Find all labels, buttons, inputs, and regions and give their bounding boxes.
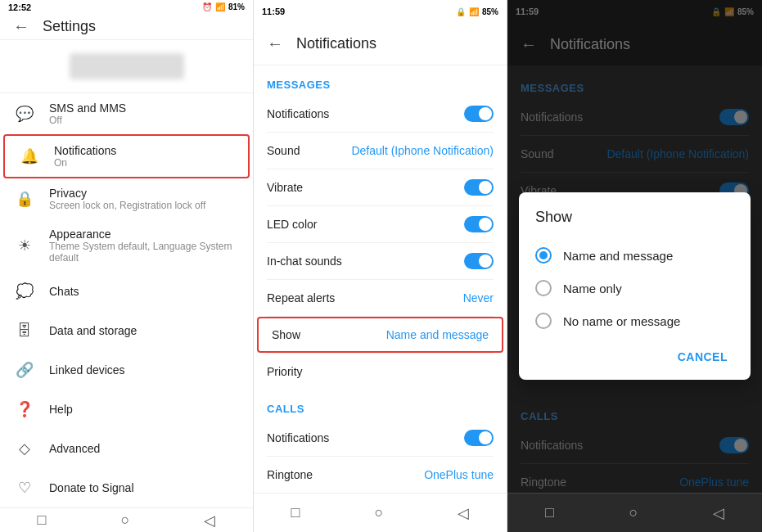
back-button-2[interactable]: ← bbox=[267, 34, 283, 53]
radio-name-msg[interactable] bbox=[535, 247, 552, 264]
calls-value-ringtone: OnePlus tune bbox=[424, 468, 494, 481]
status-icons-2: 🔒 📶 85% bbox=[456, 7, 498, 16]
lock-icon-2: 🔒 bbox=[456, 7, 466, 16]
notif-item-notifications[interactable]: Notifications bbox=[254, 96, 507, 132]
settings-item-donate[interactable]: ♡ Donate to Signal bbox=[0, 468, 253, 507]
messages-header: Messages bbox=[254, 65, 507, 96]
nav-circle-3[interactable]: ○ bbox=[629, 504, 638, 521]
signal-icon-2: 📶 bbox=[469, 7, 479, 16]
notifications-icon: 🔔 bbox=[18, 145, 41, 168]
dialog-label-name-msg: Name and message bbox=[563, 249, 673, 263]
alarm-icon: ⏰ bbox=[202, 2, 212, 11]
linked-label: Linked devices bbox=[49, 363, 125, 376]
notifications-label: Notifications bbox=[54, 144, 116, 157]
toggle-led[interactable] bbox=[464, 216, 494, 232]
settings-item-advanced[interactable]: ◇ Advanced bbox=[0, 429, 253, 468]
appearance-icon: ☀ bbox=[13, 234, 36, 257]
advanced-icon: ◇ bbox=[13, 437, 36, 460]
radio-no-name[interactable] bbox=[535, 313, 552, 329]
chats-label: Chats bbox=[49, 285, 79, 298]
calls-item-ringtone[interactable]: Ringtone OnePlus tune bbox=[254, 457, 507, 493]
bottom-nav-1: □ ○ ◁ bbox=[0, 507, 253, 532]
notif-item-repeat[interactable]: Repeat alerts Never bbox=[254, 280, 507, 316]
calls-item-notif[interactable]: Notifications bbox=[254, 420, 507, 456]
radio-inner-name-msg bbox=[539, 251, 548, 259]
appearance-sub: Theme System default, Language System de… bbox=[49, 241, 240, 264]
bottom-nav-3: □ ○ ◁ bbox=[507, 493, 762, 532]
notifications-title-2: Notifications bbox=[296, 35, 376, 52]
data-label: Data and storage bbox=[49, 324, 137, 337]
notif-value-repeat: Never bbox=[463, 291, 494, 304]
notif-label-repeat: Repeat alerts bbox=[267, 291, 335, 304]
status-bar-2: 11:59 🔒 📶 85% bbox=[254, 0, 507, 23]
help-label: Help bbox=[49, 403, 73, 416]
dialog-title: Show bbox=[519, 209, 751, 239]
battery-2: 85% bbox=[482, 7, 498, 16]
radio-name-only[interactable] bbox=[535, 280, 552, 296]
settings-item-notifications[interactable]: 🔔 Notifications On bbox=[3, 134, 250, 178]
nav-circle-2[interactable]: ○ bbox=[374, 504, 383, 521]
back-button-1[interactable]: ← bbox=[13, 17, 29, 36]
notif-item-vibrate[interactable]: Vibrate bbox=[254, 169, 507, 205]
settings-item-appearance[interactable]: ☀ Appearance Theme System default, Langu… bbox=[0, 219, 253, 272]
settings-item-data[interactable]: 🗄 Data and storage bbox=[0, 311, 253, 350]
toggle-inchat[interactable] bbox=[464, 253, 494, 269]
notif-item-led[interactable]: LED color bbox=[254, 206, 507, 242]
privacy-label: Privacy bbox=[49, 187, 205, 200]
notif-item-sound[interactable]: Sound Default (Iphone Notification) bbox=[254, 133, 507, 169]
notif-value-show: Name and message bbox=[386, 328, 489, 341]
appearance-label: Appearance bbox=[49, 228, 240, 241]
settings-item-linked[interactable]: 🔗 Linked devices bbox=[0, 350, 253, 390]
panel-notifications-dialog: 11:59 🔒 📶 85% ← Notifications Messages N… bbox=[507, 0, 762, 532]
nav-back-2[interactable]: ◁ bbox=[458, 504, 469, 522]
sms-icon: 💬 bbox=[13, 102, 36, 125]
privacy-sub: Screen lock on, Registration lock off bbox=[49, 200, 205, 211]
profile-blur bbox=[70, 53, 184, 79]
settings-item-privacy[interactable]: 🔒 Privacy Screen lock on, Registration l… bbox=[0, 178, 253, 219]
settings-item-sms[interactable]: 💬 SMS and MMS Off bbox=[0, 93, 253, 134]
notif-item-show[interactable]: Show Name and message bbox=[257, 317, 503, 353]
dialog-option-no-name[interactable]: No name or message bbox=[519, 304, 751, 337]
toggle-calls-notif[interactable] bbox=[464, 430, 494, 446]
help-icon: ❓ bbox=[13, 398, 36, 421]
notif-value-sound: Default (Iphone Notification) bbox=[351, 144, 494, 157]
status-time-2: 11:59 bbox=[262, 7, 285, 16]
nav-back-1[interactable]: ◁ bbox=[204, 512, 215, 530]
show-dialog: Show Name and message Name only No name … bbox=[519, 192, 751, 380]
toggle-vibrate[interactable] bbox=[464, 179, 494, 196]
signal-icon: 📶 bbox=[215, 2, 225, 11]
dialog-label-no-name: No name or message bbox=[563, 314, 680, 328]
nav-home-2[interactable]: □ bbox=[291, 504, 300, 521]
nav-back-3[interactable]: ◁ bbox=[713, 504, 724, 522]
dialog-label-name-only: Name only bbox=[563, 282, 622, 295]
cancel-button[interactable]: CANCEL bbox=[668, 344, 737, 370]
settings-item-help[interactable]: ❓ Help bbox=[0, 390, 253, 429]
notif-item-inchat[interactable]: In-chat sounds bbox=[254, 243, 507, 279]
nav-circle-1[interactable]: ○ bbox=[120, 512, 129, 529]
notif-item-priority[interactable]: Priority bbox=[254, 354, 507, 390]
sms-label: SMS and MMS bbox=[49, 101, 126, 115]
nav-home-3[interactable]: □ bbox=[545, 504, 554, 521]
panel-settings: 12:52 ⏰ 📶 81% ← Settings 💬 SMS and MMS O… bbox=[0, 0, 254, 532]
calls-label-notif: Notifications bbox=[267, 431, 329, 444]
notif-label-inchat: In-chat sounds bbox=[267, 255, 342, 268]
notif-label-sound: Sound bbox=[267, 144, 300, 157]
dialog-option-name-msg[interactable]: Name and message bbox=[519, 239, 751, 272]
notifications-sub: On bbox=[54, 157, 116, 169]
notif-label-vibrate: Vibrate bbox=[267, 181, 303, 194]
donate-icon: ♡ bbox=[13, 476, 36, 499]
panel-notifications: 11:59 🔒 📶 85% ← Notifications Messages N… bbox=[254, 0, 507, 532]
settings-item-chats[interactable]: 💭 Chats bbox=[0, 272, 253, 311]
status-icons-1: ⏰ 📶 81% bbox=[202, 2, 245, 11]
dialog-option-name-only[interactable]: Name only bbox=[519, 272, 751, 304]
notifications-scroll[interactable]: Messages Notifications Sound Default (Ip… bbox=[254, 65, 507, 493]
data-icon: 🗄 bbox=[13, 319, 36, 342]
notifications-app-bar: ← Notifications bbox=[254, 23, 507, 65]
sms-sub: Off bbox=[49, 115, 126, 126]
toggle-notifications[interactable] bbox=[464, 106, 494, 122]
profile-section bbox=[0, 40, 253, 93]
notif-label-notif: Notifications bbox=[267, 107, 329, 120]
settings-title: Settings bbox=[43, 18, 96, 35]
nav-home-1[interactable]: □ bbox=[38, 512, 47, 529]
privacy-icon: 🔒 bbox=[13, 187, 36, 210]
